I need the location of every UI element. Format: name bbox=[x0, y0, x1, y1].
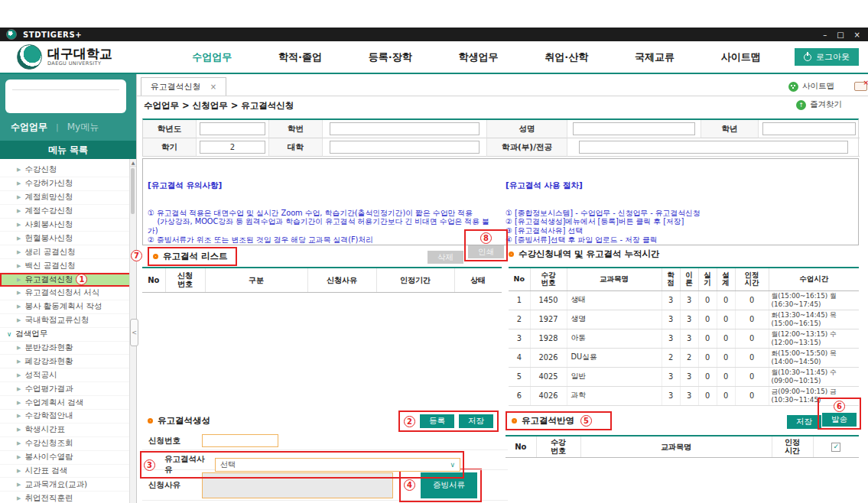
sitemap-link[interactable]: 사이트맵 bbox=[788, 81, 834, 92]
name-input[interactable] bbox=[573, 122, 695, 135]
sidebar-item[interactable]: ▶백신 공결신청 bbox=[0, 259, 136, 273]
sidebar-item[interactable]: ▶분반강좌현황 bbox=[0, 342, 136, 355]
sidebar-item-label: 수강신청 bbox=[24, 164, 57, 175]
nav-item[interactable]: 학생업무 bbox=[458, 50, 498, 64]
sidebar-item[interactable]: ▶유고결석신청서 서식 bbox=[0, 287, 136, 300]
register-button[interactable]: 등록 bbox=[420, 414, 454, 428]
sidebar-item-label: 국내학점교류신청 bbox=[24, 315, 89, 326]
nav-item[interactable]: 국제교류 bbox=[635, 50, 675, 64]
sidebar-item[interactable]: ▶계절수강신청 bbox=[0, 205, 136, 219]
arrow-right-icon: ▶ bbox=[17, 440, 21, 446]
reason-type-select[interactable]: 선택 ∨ bbox=[215, 458, 460, 472]
college-input[interactable] bbox=[330, 141, 480, 154]
notice-left-lines: ① 유고결석 적용은 대면수업 및 실시간 Zoom 수업, 학습기간(출석인정… bbox=[148, 209, 496, 245]
column-header: 인정기간 bbox=[376, 268, 454, 292]
column-header: 수강 번호 bbox=[530, 268, 567, 290]
arrow-right-icon: ▶ bbox=[17, 303, 21, 310]
print-annotation-box: 8 인쇄 bbox=[464, 229, 508, 261]
sidebar-item[interactable]: ∨검색업무 bbox=[0, 328, 136, 342]
print-button[interactable]: 인쇄 bbox=[468, 245, 504, 258]
minimize-icon[interactable]: – bbox=[823, 31, 827, 39]
year-input[interactable] bbox=[200, 122, 265, 135]
creation-save-button[interactable]: 저장 bbox=[459, 414, 493, 428]
main-content: 유고결석신청 × 사이트맵 수업업무 > 신청업무 > 유고결석신청 ↑ 즐겨찾… bbox=[136, 74, 868, 503]
sidebar-tab-primary[interactable]: 수업업무 bbox=[11, 121, 47, 134]
major-label: 학과(부)/전공 bbox=[487, 138, 567, 157]
apply-no-label: 신청번호 bbox=[142, 436, 202, 446]
column-header: 이 론 bbox=[680, 268, 698, 290]
sidebar-item[interactable]: ▶계절희망신청 bbox=[0, 191, 136, 205]
favorite-button[interactable]: ↑ 즐겨찾기 bbox=[796, 99, 842, 110]
sidebar-item[interactable]: ▶수강신청조회 bbox=[0, 437, 136, 451]
university-logo: 대구대학교 DAEGU UNIVERSITY bbox=[17, 44, 158, 70]
sidebar-item[interactable]: ▶수강신청 bbox=[0, 164, 136, 177]
nav-item[interactable]: 취업·산학 bbox=[545, 50, 588, 64]
annotation-marker-2: 2 bbox=[404, 416, 415, 427]
nav-item[interactable]: 수업업무 bbox=[192, 50, 232, 64]
annotation-marker-1: 1 bbox=[76, 274, 87, 285]
power-icon bbox=[804, 54, 811, 61]
sidebar-item[interactable]: ▶취업전직훈련 bbox=[0, 492, 136, 503]
sidebar-item-label: 검색업무 bbox=[15, 329, 47, 339]
creation-form: 신청번호 3 유고결석사유 선택 ∨ 신청사유 4 증빙서류 인정기간 bbox=[142, 432, 508, 503]
sidebar-item[interactable]: ▶폐강강좌현황 bbox=[0, 355, 136, 368]
breadcrumb: 수업업무 > 신청업무 > 유고결석신청 bbox=[144, 100, 294, 112]
column-header: 인정 시간 bbox=[772, 436, 813, 457]
absence-list-header: 유고결석 리스트 bbox=[148, 247, 237, 266]
nav-item[interactable]: 사이트맵 bbox=[721, 50, 761, 64]
reflection-save-button[interactable]: 저장 bbox=[787, 415, 821, 429]
sidebar-collapse-handle[interactable]: < bbox=[130, 319, 138, 346]
sidebar-item[interactable]: ▶국내학점교류신청 bbox=[0, 314, 136, 328]
absence-list-table: No신청 번호구분신청사유인정기간상태 bbox=[142, 267, 502, 293]
sidebar-tab-my-menu[interactable]: My메뉴 bbox=[67, 121, 99, 134]
creation-header: 유고결석생성 bbox=[148, 415, 210, 427]
sidebar-item[interactable]: ▶헌혈봉사신청 bbox=[0, 232, 136, 245]
sidebar-item[interactable]: ▶유고결석신청1 bbox=[0, 273, 136, 287]
grade-input[interactable] bbox=[762, 122, 855, 135]
major-input[interactable] bbox=[579, 141, 847, 154]
sidebar-item[interactable]: ▶학생시간표 bbox=[0, 423, 136, 437]
send-button[interactable]: 발송 bbox=[822, 413, 857, 427]
sidebar-item[interactable]: ▶봉사이수열람 bbox=[0, 451, 136, 465]
tab-absence-application[interactable]: 유고결석신청 × bbox=[141, 77, 226, 96]
scroll-up-icon[interactable]: ▲ bbox=[130, 159, 136, 167]
annotation-marker-3: 3 bbox=[144, 459, 155, 471]
sidebar-item[interactable]: ▶수강허가신청 bbox=[0, 177, 136, 191]
column-header: No bbox=[142, 268, 165, 292]
enrollment-row: 31928아동33000월(12:00~13:15) 수(12:00~13:15… bbox=[509, 329, 859, 348]
maximize-icon[interactable]: □ bbox=[837, 31, 844, 39]
sidebar-item[interactable]: ▶수업평가결과 bbox=[0, 382, 136, 396]
sidebar-item-label: 유고결석신청 bbox=[24, 274, 73, 285]
arrow-right-icon: ▶ bbox=[17, 235, 21, 242]
notice-line: ② [유고결석생성]메뉴에서 [등록]버튼 클릭 후 [저장] bbox=[506, 217, 853, 226]
notice-line: ② 증빙서류가 위조 또는 변조된 것일 경우 해당 교과목 실격(F)처리 bbox=[148, 235, 496, 245]
reason-label: 신청사유 bbox=[142, 480, 202, 491]
sidebar-item[interactable]: ▶봉사 활동계획서 작성 bbox=[0, 300, 136, 314]
sidebar-item[interactable]: ▶성적공시 bbox=[0, 368, 136, 382]
apply-no-input[interactable] bbox=[202, 434, 278, 447]
close-all-tabs-icon[interactable] bbox=[854, 82, 867, 91]
reflection-table: No수강 번호교과목명인정 시간✓ bbox=[506, 435, 859, 458]
sidebar-item[interactable]: ▶생리 공결신청 bbox=[0, 245, 136, 259]
sidebar-item[interactable]: ▶시간표 검색 bbox=[0, 465, 136, 479]
sidebar-item[interactable]: ▶사회봉사신청 bbox=[0, 219, 136, 232]
sidebar-item-label: 시간표 검색 bbox=[24, 466, 67, 476]
delete-button[interactable]: 삭제 bbox=[427, 251, 463, 264]
column-header: 상태 bbox=[454, 268, 502, 292]
nav-item[interactable]: 등록·장학 bbox=[369, 50, 412, 64]
tab-close-icon[interactable]: × bbox=[210, 83, 216, 91]
sidebar-item[interactable]: ▶교과목개요(교과) bbox=[0, 478, 136, 492]
semester-input[interactable] bbox=[200, 141, 265, 154]
name-label: 성명 bbox=[487, 120, 567, 138]
scroll-thumb[interactable] bbox=[131, 168, 135, 214]
close-icon[interactable]: × bbox=[854, 31, 860, 39]
select-all-checkbox[interactable]: ✓ bbox=[831, 443, 840, 452]
student-id-input[interactable] bbox=[330, 122, 480, 135]
sidebar-menu-title: 메뉴 목록 bbox=[0, 141, 136, 159]
sidebar-menu-list: ▶수강신청▶수강허가신청▶계절희망신청▶계절수강신청▶사회봉사신청▶헌혈봉사신청… bbox=[0, 159, 136, 503]
nav-item[interactable]: 학적·졸업 bbox=[278, 50, 322, 64]
logout-button[interactable]: 로그아웃 bbox=[795, 48, 859, 66]
sidebar-item[interactable]: ▶수업계획서 검색 bbox=[0, 396, 136, 410]
sidebar-item[interactable]: ▶수강학점안내 bbox=[0, 410, 136, 423]
sidebar-item-label: 백신 공결신청 bbox=[24, 261, 75, 271]
